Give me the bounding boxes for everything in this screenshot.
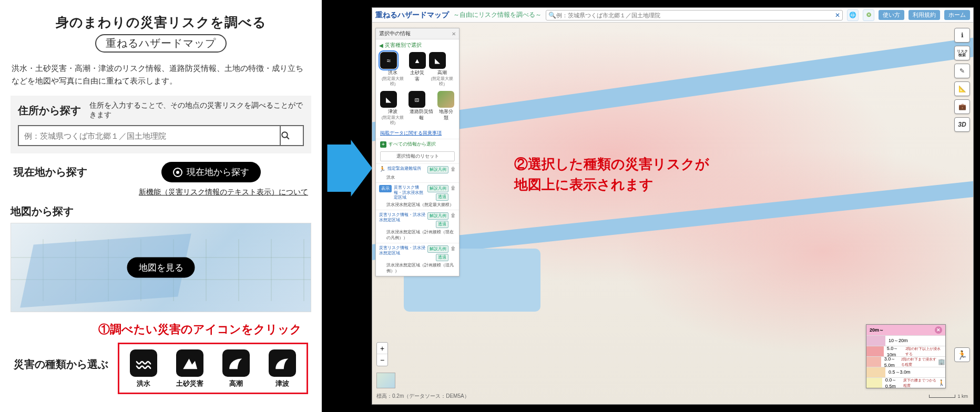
- disaster-stormsurge[interactable]: 高潮: [222, 349, 250, 388]
- header-search-input[interactable]: [556, 12, 835, 18]
- disaster-tsunami-label: 津波: [269, 379, 296, 388]
- address-search-button[interactable]: [280, 126, 303, 145]
- new-feature-link[interactable]: 新機能（災害リスク情報のテキスト表示）について: [14, 188, 308, 197]
- disaster-type-row: 災害の種類から選ぶ 洪水 土砂災害 高潮 津波: [11, 343, 311, 394]
- svg-point-0: [282, 132, 288, 138]
- header-howto-button[interactable]: 使い方: [879, 10, 904, 20]
- basemap-switcher[interactable]: [376, 373, 395, 388]
- description-text: 洪水・土砂災害・高潮・津波のリスク情報、道路防災情報、土地の特徴・成り立ちなどを…: [11, 62, 311, 96]
- tool-measure[interactable]: 📐: [954, 81, 970, 96]
- mini-tsunami[interactable]: ◣津波(想定最大規模): [380, 91, 405, 126]
- disaster-landslide[interactable]: 土砂災害: [176, 349, 203, 388]
- header-search: 🔍 ✕: [546, 10, 843, 20]
- svg-line-1: [287, 137, 289, 139]
- tool-3d[interactable]: 3D: [954, 117, 970, 132]
- sidepanel-close-icon[interactable]: ✕: [452, 31, 456, 37]
- tool-info[interactable]: ℹ: [954, 28, 970, 43]
- trans-button[interactable]: 透過: [436, 193, 448, 201]
- location-heading: 現在地から探す: [14, 165, 87, 179]
- trans-button[interactable]: 透過: [436, 221, 448, 228]
- mini-flood[interactable]: ≈洪水(想定最大規模): [380, 52, 406, 87]
- search-section: 住所から探す 住所を入力することで、その地点の災害リスクを調べることができます: [11, 96, 311, 153]
- view-map-label: 地図を見る: [139, 262, 183, 274]
- trash-icon[interactable]: 🗑: [451, 185, 456, 191]
- legend-button[interactable]: 解説凡例: [427, 245, 448, 253]
- layer-side-panel: 選択中の情報 ✕ ◀ 災害種別で選択 ≈洪水(想定最大規模) ▲土砂災害 ◣高潮…: [375, 28, 460, 276]
- show-badge: 表示: [379, 185, 392, 192]
- disaster-type-box: 洪水 土砂災害 高潮 津波: [118, 343, 308, 394]
- crosshair-icon: [173, 168, 182, 177]
- data-notice-link[interactable]: 掲載データに関する留意事項: [376, 128, 459, 139]
- trash-icon[interactable]: 🗑: [451, 245, 456, 251]
- search-subtext: 住所を入力することで、その地点の災害リスクを調べることができます: [89, 101, 304, 120]
- search-icon: [281, 131, 290, 140]
- arrow-icon: [325, 137, 372, 200]
- view-map-button[interactable]: 地図を見る: [127, 258, 195, 278]
- org-logo-2[interactable]: ❂: [863, 9, 874, 21]
- depth-legend: 20m～✕ 10～20m 5.0～10m2階の軒下以上が浸水する 3.0～5.0…: [866, 324, 946, 388]
- mini-stormsurge[interactable]: ◣高潮(想定最大規模): [429, 52, 455, 87]
- search-icon: 🔍: [548, 12, 556, 19]
- clear-search-icon[interactable]: ✕: [835, 12, 840, 19]
- zoom-control: + −: [376, 342, 388, 366]
- layer-item-2: 災害リスク情報・洪水浸水想定区域 解説凡例透過🗑 洪水浸水想定区域（計画規模（現…: [376, 210, 459, 243]
- tool-risk-search[interactable]: リスク検索: [954, 46, 970, 60]
- right-panel: 重ねるハザードマップ ～自由にリスク情報を調べる～ 🔍 ✕ 🌐 ❂ 使い方 利用…: [372, 7, 974, 405]
- left-panel: 身のまわりの災害リスクを調べる 重ねるハザードマップ 洪水・土砂災害・高潮・津波…: [0, 0, 322, 412]
- scale-bar: 1 km: [929, 394, 968, 399]
- address-input[interactable]: [19, 126, 280, 145]
- org-logo-1[interactable]: 🌐: [847, 9, 859, 21]
- mini-terrain[interactable]: 地形分類: [437, 91, 455, 126]
- legend-button[interactable]: 解説凡例: [427, 166, 448, 173]
- zoom-in-button[interactable]: +: [377, 343, 387, 354]
- trash-icon[interactable]: 🗑: [451, 166, 456, 172]
- map-area[interactable]: 選択中の情報 ✕ ◀ 災害種別で選択 ≈洪水(想定最大規模) ▲土砂災害 ◣高潮…: [372, 23, 973, 404]
- category-select-label[interactable]: ◀ 災害種別で選択: [376, 39, 459, 50]
- app-subtitle: ～自由にリスク情報を調べる～: [453, 11, 542, 19]
- app-title: 重ねるハザードマップ: [375, 11, 449, 20]
- layer-item-0: 🏃指定緊急避難場所 解説凡例🗑 洪水: [376, 163, 459, 182]
- current-location-label: 現在地から探す: [187, 166, 249, 178]
- mini-road[interactable]: ⦻道路防災情報: [409, 91, 434, 126]
- landslide-icon: [176, 349, 203, 377]
- all-info-bar[interactable]: + すべての情報から選択: [376, 139, 459, 149]
- map-heading: 地図から探す: [11, 204, 311, 219]
- tool-draw[interactable]: ✎: [954, 64, 970, 78]
- disaster-icons-row2: ◣津波(想定最大規模) ⦻道路防災情報 地形分類: [376, 89, 459, 128]
- disaster-flood-label: 洪水: [130, 379, 157, 388]
- location-section: 現在地から探す 現在地から探す 新機能（災害リスク情報のテキスト表示）について: [11, 158, 311, 197]
- shelter-icon: 🏃: [379, 166, 385, 172]
- instruction-callout-2: ②選択した種類の災害リスクが 地図上に表示されます: [514, 154, 709, 195]
- sidepanel-title-bar: 選択中の情報 ✕: [376, 28, 459, 39]
- legend-button[interactable]: 解説凡例: [427, 185, 448, 192]
- map-preview: 地図を見る: [11, 223, 311, 312]
- building-icon: 🏢: [938, 358, 945, 365]
- app-header: 重ねるハザードマップ ～自由にリスク情報を調べる～ 🔍 ✕ 🌐 ❂ 使い方 利用…: [372, 8, 973, 23]
- title-chip: 重ねるハザードマップ: [95, 34, 227, 53]
- plus-icon: +: [380, 141, 386, 148]
- sidepanel-title: 選択中の情報: [379, 30, 411, 37]
- search-heading: 住所から探す: [18, 104, 81, 118]
- header-terms-button[interactable]: 利用規約: [908, 10, 940, 20]
- tool-briefcase[interactable]: 💼: [954, 99, 970, 114]
- disaster-tsunami[interactable]: 津波: [269, 349, 296, 388]
- back-icon: ◀: [379, 43, 383, 48]
- page-title: 身のまわりの災害リスクを調べる: [11, 14, 311, 31]
- disaster-icons-row1: ≈洪水(想定最大規模) ▲土砂災害 ◣高潮(想定最大規模): [376, 50, 459, 89]
- tool-evacuate[interactable]: 🏃: [954, 347, 970, 362]
- mini-landslide[interactable]: ▲土砂災害: [409, 52, 426, 87]
- address-search-bar: [18, 125, 304, 146]
- map-toolbar: ℹ リスク検索 ✎ 📐 💼 3D: [954, 28, 970, 132]
- trans-button[interactable]: 透過: [436, 254, 448, 261]
- zoom-out-button[interactable]: −: [377, 354, 387, 366]
- trash-icon[interactable]: 🗑: [451, 212, 456, 218]
- disaster-flood[interactable]: 洪水: [130, 349, 157, 388]
- layer-item-3: 災害リスク情報・洪水浸水想定区域 解説凡例透過🗑 洪水浸水想定区域（計画規模（旧…: [376, 243, 459, 276]
- reset-selection-button[interactable]: 選択情報のリセット: [380, 151, 455, 161]
- legend-header: 20m～✕: [866, 325, 945, 335]
- stage: 身のまわりの災害リスクを調べる 重ねるハザードマップ 洪水・土砂災害・高潮・津波…: [0, 0, 980, 412]
- legend-button[interactable]: 解説凡例: [427, 212, 448, 220]
- header-home-button[interactable]: ホーム: [944, 10, 970, 20]
- current-location-button[interactable]: 現在地から探す: [161, 162, 261, 182]
- legend-close-icon[interactable]: ✕: [935, 326, 942, 334]
